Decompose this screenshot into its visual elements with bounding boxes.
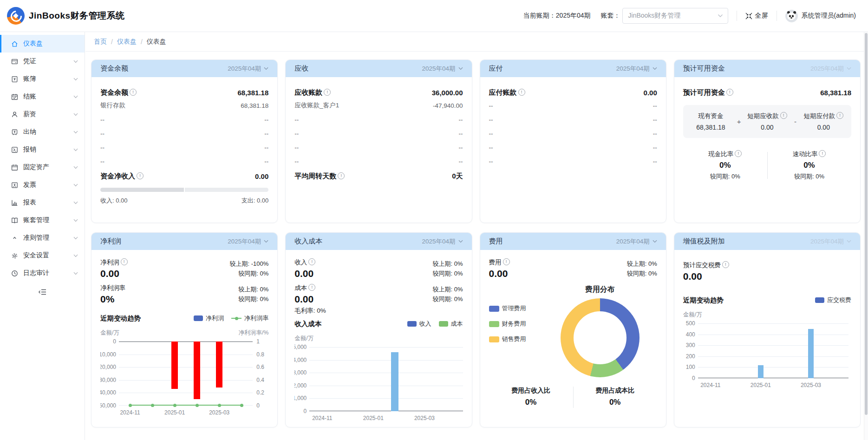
card-title: 资金余额 <box>100 64 128 73</box>
fixed-assets-icon <box>11 164 19 171</box>
dashboard-icon <box>11 40 19 48</box>
table-row: ---- <box>294 126 463 140</box>
payable-main-value: 0.00 <box>644 89 657 97</box>
sidebar-collapse-button[interactable] <box>0 289 85 296</box>
user-menu[interactable]: 系统管理员(admin) <box>785 10 856 22</box>
current-period: 当前账期：2025年04期 <box>523 12 591 20</box>
sidebar-item-invoice[interactable]: 发票 <box>0 176 85 194</box>
info-icon[interactable] <box>726 89 733 96</box>
tax-legend: 应交税费 <box>815 296 851 304</box>
short-term-receivable-value: 0.00 <box>742 124 792 131</box>
breadcrumb-section[interactable]: 仪表盘 <box>117 38 137 46</box>
receivable-main-value: 36,000.00 <box>432 89 463 97</box>
sidebar-item-label: 薪资 <box>23 110 36 118</box>
info-icon[interactable] <box>836 112 843 119</box>
cost-metric: 成本 0.00 较上期: 0% 较同期: 0% <box>294 284 463 305</box>
info-icon[interactable] <box>324 89 331 96</box>
chevron-down-icon <box>73 148 78 151</box>
sidebar-item-security[interactable]: 安全设置 <box>0 247 85 264</box>
table-row: ---- <box>489 126 657 140</box>
sidebar-item-ledger[interactable]: 账簿 <box>0 70 85 88</box>
table-row: ---- <box>294 154 463 168</box>
available-main-label: 预计可用资金 <box>683 88 733 97</box>
period-selector[interactable]: 2025年04期 <box>228 237 268 246</box>
chevron-down-icon <box>73 166 78 169</box>
sidebar-item-dashboard[interactable]: 仪表盘 <box>0 35 85 53</box>
turnover-days-value: 0天 <box>452 172 463 181</box>
chevron-down-icon <box>73 131 78 134</box>
info-icon[interactable] <box>121 258 128 265</box>
brand: JinBooks财务管理系统 <box>7 7 125 25</box>
chevron-down-icon <box>718 14 723 18</box>
chevron-down-icon <box>73 95 78 99</box>
card-title: 预计可用资金 <box>683 64 725 73</box>
info-icon[interactable] <box>503 258 510 265</box>
funds-main-label: 资金余额 <box>100 88 137 97</box>
chevron-down-icon <box>653 240 657 243</box>
income-expense-bar <box>100 188 268 192</box>
account-book-select[interactable]: JinBooks财务管理 <box>622 8 728 24</box>
sidebar-item-closing[interactable]: 结账 <box>0 88 85 105</box>
table-row: ---- <box>489 140 657 154</box>
income-cost-chart: 金额/万5,0004,0003,0002,0001,00002024-11202… <box>294 335 463 421</box>
breadcrumb: 首页 / 仪表盘 / 仪表盘 <box>85 32 868 52</box>
period-selector[interactable]: 2025年04期 <box>810 65 851 73</box>
info-icon[interactable] <box>780 112 787 119</box>
donut-title: 费用分布 <box>543 285 657 295</box>
expense-donut-chart <box>561 298 640 377</box>
short-term-payable-value: 0.00 <box>799 124 848 131</box>
sidebar: 仪表盘凭证账簿结账薪资出纳报销固定资产发票报表账套管理准则管理安全设置日志审计 <box>0 32 85 440</box>
sidebar-item-account-books[interactable]: 账套管理 <box>0 211 85 229</box>
table-row: 银行存款68,381.18 <box>100 99 268 112</box>
account-book-label: 账套： <box>601 12 620 20</box>
chevron-down-icon <box>73 60 78 63</box>
sidebar-item-standards[interactable]: 准则管理 <box>0 229 85 247</box>
fullscreen-compress-icon <box>745 13 752 20</box>
info-icon[interactable] <box>308 284 315 291</box>
sidebar-item-voucher[interactable]: 凭证 <box>0 53 85 70</box>
info-icon[interactable] <box>735 150 742 157</box>
sidebar-item-audit-log[interactable]: 日志审计 <box>0 264 85 282</box>
breadcrumb-home[interactable]: 首页 <box>94 38 107 46</box>
period-selector[interactable]: 2025年04期 <box>616 65 657 73</box>
period-selector[interactable]: 2025年04期 <box>422 237 463 246</box>
info-icon[interactable] <box>722 261 729 268</box>
app-title: JinBooks财务管理系统 <box>29 10 125 22</box>
period-selector[interactable]: 2025年04期 <box>810 237 851 246</box>
period-selector[interactable]: 2025年04期 <box>616 237 657 246</box>
sidebar-item-reports[interactable]: 报表 <box>0 194 85 211</box>
chevron-down-icon <box>73 201 78 204</box>
sidebar-item-reimburse[interactable]: 报销 <box>0 141 85 158</box>
info-icon[interactable] <box>819 150 826 157</box>
info-icon[interactable] <box>130 89 137 96</box>
reports-icon <box>11 199 19 207</box>
audit-log-icon <box>11 269 19 277</box>
period-selector[interactable]: 2025年04期 <box>228 65 268 73</box>
info-icon[interactable] <box>338 172 345 179</box>
info-icon[interactable] <box>518 89 525 96</box>
tax-trend-chart: 金额/万50040030020010002024-112025-012025-0… <box>683 311 851 388</box>
legend-swatch <box>489 336 499 342</box>
short-term-payable-label: 短期应付款 <box>799 112 848 120</box>
chevron-down-icon <box>653 67 657 70</box>
sidebar-item-payroll[interactable]: 薪资 <box>0 105 85 123</box>
available-main-value: 68,381.18 <box>820 89 851 97</box>
card-title: 收入成本 <box>294 237 322 246</box>
sidebar-item-cashier[interactable]: 出纳 <box>0 123 85 141</box>
table-row: ---- <box>100 112 268 126</box>
sidebar-item-fixed-assets[interactable]: 固定资产 <box>0 158 85 176</box>
user-avatar <box>785 10 798 22</box>
fullscreen-button[interactable]: 全屏 <box>745 12 768 20</box>
turnover-days-label: 平均周转天数 <box>294 172 345 181</box>
ledger-icon <box>11 75 19 83</box>
period-selector[interactable]: 2025年04期 <box>422 65 463 73</box>
legend-swatch <box>194 315 203 321</box>
scrollbar-thumb[interactable] <box>865 33 868 415</box>
account-books-icon <box>11 217 19 224</box>
expense-metric: 费用 0.00 较上期: 0% 较同期: 0% <box>489 258 657 279</box>
card-payable: 应付 2025年04期 应付账款 0.00 ---- ---- ---- ---… <box>480 59 666 223</box>
info-icon[interactable] <box>137 172 144 179</box>
card-funds-balance: 资金余额 2025年04期 资金余额 68,381.18 银行存款68,381.… <box>91 59 278 223</box>
info-icon[interactable] <box>308 258 315 265</box>
card-receivable-header: 应收 2025年04期 <box>286 60 471 77</box>
